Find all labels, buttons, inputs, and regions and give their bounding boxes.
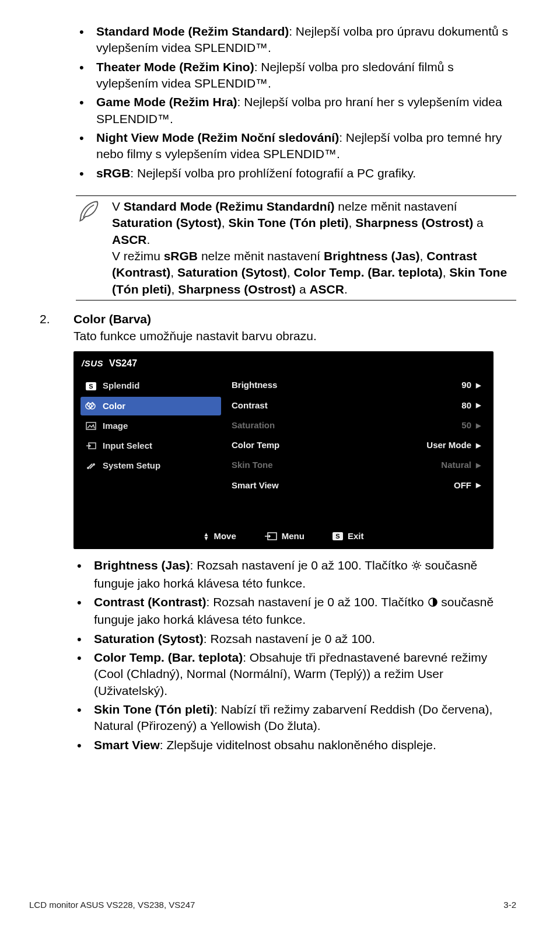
- splendid-modes-list: Standard Mode (Režim Standard): Nejlepší…: [29, 23, 516, 181]
- osd-menu-input-select[interactable]: Input Select: [80, 436, 221, 455]
- osd-footer-move[interactable]: ▲▼ Move: [204, 530, 236, 542]
- menu-label: System Setup: [103, 460, 160, 471]
- list-item: Night View Mode (Režim Noční sledování):…: [76, 130, 516, 163]
- divider: [76, 300, 516, 300]
- s-badge-icon: S: [332, 532, 343, 540]
- chevron-right-icon: ▶: [476, 481, 481, 490]
- osd-row-brightness[interactable]: Brightness90▶: [228, 375, 484, 395]
- section-number: 2.: [40, 311, 63, 756]
- asus-logo-icon: /SUS: [82, 358, 103, 369]
- svg-line-19: [413, 568, 414, 569]
- osd-menu-system-setup[interactable]: System Setup: [80, 456, 221, 475]
- section-title: Color (Barva): [74, 311, 516, 327]
- footer-page-number: 3-2: [503, 899, 516, 911]
- mode-name: Game Mode (Režim Hra): [96, 95, 237, 109]
- mode-name: sRGB: [96, 166, 130, 180]
- osd-row-skin-tone: Skin ToneNatural▶: [228, 455, 484, 475]
- contrast-icon: [428, 595, 438, 611]
- input-icon: [85, 442, 97, 450]
- list-item: Saturation (Sytost): Rozsah nastavení je…: [74, 631, 516, 647]
- mode-name: Standard Mode (Režim Standard): [96, 25, 289, 38]
- osd-menu-image[interactable]: Image: [80, 417, 221, 435]
- mode-desc: : Nejlepší volba pro prohlížení fotograf…: [130, 166, 416, 180]
- svg-text:S: S: [89, 383, 93, 390]
- chevron-right-icon: ▶: [476, 461, 481, 470]
- svg-point-4: [88, 402, 93, 407]
- osd-header: /SUS VS247: [74, 351, 494, 373]
- mode-name: Night View Mode (Režim Noční sledování): [96, 131, 339, 144]
- divider: [76, 195, 516, 196]
- osd-menu-color[interactable]: Color: [80, 397, 221, 415]
- feather-icon: [76, 198, 102, 298]
- svg-point-7: [87, 467, 89, 469]
- sun-icon: [411, 558, 422, 575]
- move-arrows-icon: ▲▼: [204, 532, 209, 540]
- osd-right-panel: Brightness90▶ Contrast80▶ Saturation50▶ …: [228, 373, 494, 525]
- s-badge-icon: S: [85, 382, 97, 390]
- osd-row-saturation: Saturation50▶: [228, 415, 484, 435]
- osd-footer: ▲▼ Move Menu S Exit: [74, 525, 494, 549]
- note-block: V Standard Mode (Režimu Standardní) nelz…: [76, 195, 516, 300]
- osd-row-contrast[interactable]: Contrast80▶: [228, 396, 484, 415]
- svg-line-18: [418, 568, 419, 569]
- color-options-list: Brightness (Jas): Rozsah nastavení je 0 …: [74, 557, 516, 753]
- osd-row-smart-view[interactable]: Smart ViewOFF▶: [228, 476, 484, 495]
- chevron-right-icon: ▶: [476, 381, 481, 390]
- svg-point-8: [93, 463, 95, 466]
- osd-footer-menu[interactable]: Menu: [264, 530, 304, 542]
- osd-model: VS247: [109, 357, 137, 370]
- list-item: Smart View: Zlepšuje viditelnost obsahu …: [74, 737, 516, 753]
- list-item: Theater Mode (Režim Kino): Nejlepší volb…: [76, 59, 516, 92]
- svg-point-12: [414, 564, 418, 567]
- svg-line-20: [418, 562, 419, 564]
- image-icon: [85, 422, 97, 430]
- osd-row-color-temp[interactable]: Color TempUser Mode▶: [228, 435, 484, 455]
- list-item: Contrast (Kontrast): Rozsah nastavení je…: [74, 594, 516, 628]
- menu-label: Splendid: [103, 380, 139, 392]
- svg-line-17: [413, 562, 414, 564]
- osd-menu-splendid[interactable]: S Splendid: [80, 376, 221, 395]
- menu-label: Input Select: [103, 440, 152, 452]
- tools-icon: [85, 462, 97, 470]
- list-item: Standard Mode (Režim Standard): Nejlepší…: [76, 23, 516, 57]
- menu-label: Color: [103, 400, 125, 412]
- menu-label: Image: [103, 420, 128, 432]
- osd-footer-exit[interactable]: S Exit: [332, 530, 364, 542]
- osd-menu: /SUS VS247 S Splendid Color Image: [74, 351, 494, 549]
- svg-point-3: [89, 403, 95, 409]
- page-footer: LCD monitor ASUS VS228, VS238, VS247 3-2: [29, 899, 516, 911]
- list-item: sRGB: Nejlepší volba pro prohlížení foto…: [76, 165, 516, 181]
- mode-name: Theater Mode (Režim Kino): [96, 60, 254, 74]
- footer-left: LCD monitor ASUS VS228, VS238, VS247: [29, 899, 195, 911]
- svg-text:S: S: [335, 533, 340, 540]
- chevron-right-icon: ▶: [476, 401, 481, 410]
- chevron-right-icon: ▶: [476, 421, 481, 430]
- osd-left-menu: S Splendid Color Image Input Select: [74, 373, 228, 525]
- list-item: Brightness (Jas): Rozsah nastavení je 0 …: [74, 557, 516, 592]
- list-item: Game Mode (Režim Hra): Nejlepší volba pr…: [76, 94, 516, 127]
- note-text: V Standard Mode (Režimu Standardní) nelz…: [112, 198, 516, 298]
- palette-icon: [85, 402, 97, 410]
- section-description: Tato funkce umožňuje nastavit barvu obra…: [74, 328, 516, 344]
- menu-enter-icon: [264, 532, 277, 540]
- section-color: 2. Color (Barva) Tato funkce umožňuje na…: [29, 311, 516, 756]
- chevron-right-icon: ▶: [476, 441, 481, 450]
- list-item: Skin Tone (Tón pleti): Nabízí tři režimy…: [74, 701, 516, 735]
- list-item: Color Temp. (Bar. teplota): Obsahuje tři…: [74, 649, 516, 699]
